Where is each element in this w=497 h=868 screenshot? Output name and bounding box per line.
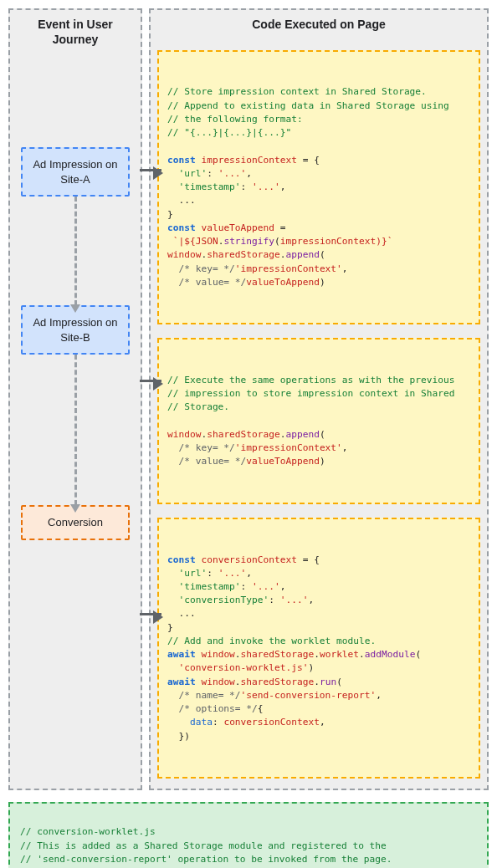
arrow-right-icon [140, 380, 161, 382]
code-panel-title: Code Executed on Page [157, 17, 480, 33]
code-worklet-module: // conversion-worklet.js // This is adde… [8, 802, 489, 868]
user-journey-panel: Event in User Journey Ad Impression on S… [8, 8, 142, 790]
arrow-right-icon [140, 169, 161, 171]
code-conversion: const conversionContext = { 'url': '...'… [157, 518, 480, 779]
arrow-down-icon [74, 355, 77, 505]
event-ad-impression-a: Ad Impression on Site-A [21, 147, 130, 197]
code-impression-a: // Store impression context in Shared St… [157, 50, 480, 324]
arrow-right-icon [140, 613, 161, 615]
code-executed-panel: Code Executed on Page // Store impressio… [149, 8, 489, 790]
arrow-down-icon [74, 197, 77, 305]
user-journey-title: Event in User Journey [17, 17, 134, 45]
code-impression-b: // Execute the same operations as with t… [157, 338, 480, 504]
